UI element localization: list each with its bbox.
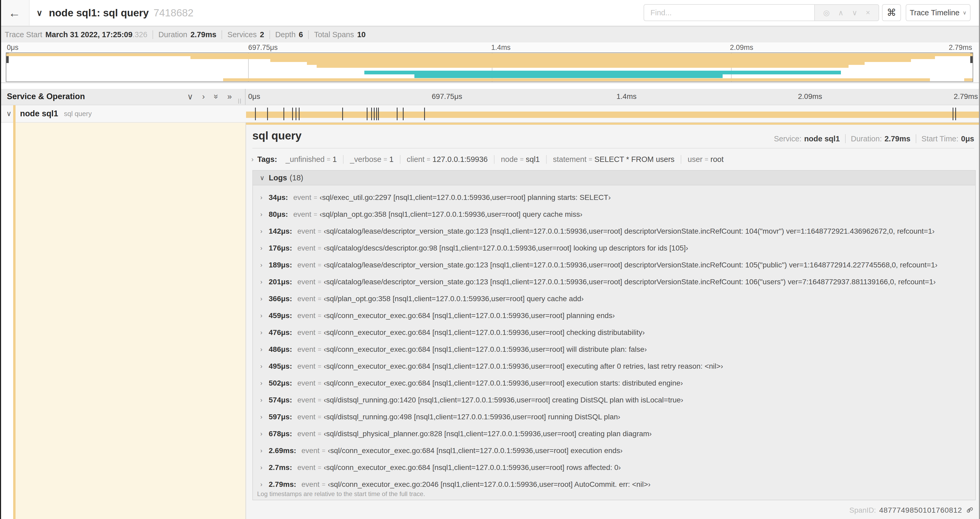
log-marker-tick [424,108,425,120]
span-collapse-chevron-icon[interactable]: ∨ [6,105,11,122]
span-duration-bar[interactable] [246,112,980,118]
log-row[interactable]: ›80μs:event=‹sql/plan_opt.go:358 [nsql1,… [253,206,975,223]
link-icon[interactable] [965,506,974,515]
log-row[interactable]: ›678μs:event=‹sql/distsql_physical_plann… [253,425,975,442]
minimap-canvas[interactable] [6,53,973,82]
log-equals: = [318,414,321,421]
summary-item: Services2 [221,30,269,39]
minimap-span-bar [414,74,722,78]
column-resizer-grip[interactable]: || [238,98,242,104]
log-equals: = [318,312,321,319]
log-timestamp: 597μs: [269,413,292,421]
log-timestamp: 176μs: [269,244,292,252]
log-row[interactable]: ›459μs:event=‹sql/conn_executor_exec.go:… [253,307,975,324]
log-marker-tick [292,108,293,120]
log-timestamp: 201μs: [269,278,292,286]
log-row[interactable]: ›34μs:event=‹sql/exec_util.go:2297 [nsql… [253,189,975,206]
log-equals: = [318,380,321,387]
tags-expand-chevron-icon[interactable]: › [251,155,254,163]
detail-title-divider [252,148,974,149]
log-field-value: ‹sql/exec_util.go:2297 [nsql1,client=127… [320,193,611,202]
timeline-minimap: 0μs697.75μs1.4ms2.09ms2.79ms [0,43,980,83]
log-equals: = [318,329,321,336]
log-row[interactable]: ›495μs:event=‹sql/conn_executor_exec.go:… [253,358,975,375]
detail-stats: Service: node sql1 Duration: 2.79ms Star… [774,134,974,143]
span-color-accent [13,105,16,123]
log-row[interactable]: ›486μs:event=‹sql/conn_executor_exec.go:… [253,341,975,358]
summary-value: 6 [299,30,303,39]
minimap-span-bar [964,78,973,81]
summary-label: Depth [275,30,296,39]
log-equals: = [318,430,321,438]
clear-search-icon[interactable]: × [866,8,870,17]
title-collapse-chevron-icon[interactable]: ∨ [37,8,42,18]
back-arrow-icon: ← [8,6,21,20]
minimap-span-bar [6,53,973,56]
columns-header: Service & Operation ∨›»» || 0μs697.75μs1… [0,89,980,105]
collapse-one-chevron-down-icon[interactable]: ∨ [187,92,193,102]
prev-result-icon[interactable]: ∧ [838,8,844,17]
log-expand-chevron-icon[interactable]: › [260,211,269,218]
chevron-down-icon: ∨ [963,10,967,16]
span-row-node-sql1[interactable]: ∨ node sql1 sql query [0,105,980,123]
log-row[interactable]: ›574μs:event=‹sql/distsql_running.go:142… [253,391,975,409]
log-field-value: ‹sql/catalog/lease/descriptor_version_st… [324,261,938,269]
log-expand-chevron-icon[interactable]: › [260,346,269,353]
log-expand-chevron-icon[interactable]: › [260,194,269,201]
log-expand-chevron-icon[interactable]: › [260,481,269,488]
log-expand-chevron-icon[interactable]: › [260,447,269,454]
log-expand-chevron-icon[interactable]: › [260,312,269,319]
log-expand-chevron-icon[interactable]: › [260,278,269,286]
trace-id: 7418682 [154,7,194,19]
expand-all-double-chevron-right-icon[interactable]: » [228,92,232,101]
log-row[interactable]: ›176μs:event=‹sql/catalog/descs/descript… [253,240,975,257]
log-row[interactable]: ›502μs:event=‹sql/conn_executor_exec.go:… [253,375,975,391]
tag-item: _verbose=1 [343,155,399,164]
log-expand-chevron-icon[interactable]: › [260,396,269,404]
log-row[interactable]: ›366μs:event=‹sql/plan_opt.go:358 [nsql1… [253,291,975,307]
tags-row[interactable]: › Tags: _unfinished=1_verbose=1client=12… [249,150,730,168]
log-marker-tick [296,108,296,120]
log-expand-chevron-icon[interactable]: › [260,295,269,302]
log-expand-chevron-icon[interactable]: › [260,464,269,471]
keyboard-shortcuts-button[interactable]: ⌘ [882,4,901,21]
logs-collapse-chevron-icon[interactable]: ∨ [260,174,264,182]
tag-item: _unfinished=1 [279,155,343,164]
log-row[interactable]: ›597μs:event=‹sql/distsql_running.go:498… [253,409,975,425]
log-row[interactable]: ›201μs:event=‹sql/catalog/lease/descript… [253,273,975,291]
minimap-tick-label: 697.75μs [248,43,278,52]
log-timestamp: 2.69ms: [269,447,296,455]
log-field-key: event [298,413,316,421]
trace-view-select[interactable]: Trace Timeline ∨ [906,4,970,21]
log-expand-chevron-icon[interactable]: › [260,430,269,438]
log-expand-chevron-icon[interactable]: › [260,329,269,336]
find-input[interactable] [644,4,814,21]
log-row[interactable]: ›142μs:event=‹sql/catalog/lease/descript… [253,223,975,240]
trace-page: ← ∨ node sql1: sql query 7418682 ◎∧∨× ⌘ … [0,0,980,519]
log-expand-chevron-icon[interactable]: › [260,413,269,421]
expand-one-chevron-right-icon[interactable]: › [202,92,205,101]
logs-header[interactable]: ∨ Logs (18) [253,171,975,185]
stat-separator [916,134,916,143]
log-row[interactable]: ›189μs:event=‹sql/catalog/lease/descript… [253,257,975,273]
log-expand-chevron-icon[interactable]: › [260,380,269,387]
summary-value: 2 [260,30,264,39]
log-row[interactable]: ›476μs:event=‹sql/conn_executor_exec.go:… [253,324,975,341]
log-expand-chevron-icon[interactable]: › [260,261,269,269]
back-button[interactable]: ← [0,0,30,26]
log-row[interactable]: ›2.7ms:event=‹sql/conn_executor_exec.go:… [253,459,975,476]
left-gutter [0,123,13,519]
minimap-tick-label: 2.09ms [730,43,753,52]
next-result-icon[interactable]: ∨ [852,8,858,17]
log-equals: = [322,447,325,454]
log-expand-chevron-icon[interactable]: › [260,363,269,370]
tag-item: node=sql1 [494,155,546,164]
log-row[interactable]: ›2.69ms:event=‹sql/conn_executor_exec.go… [253,442,975,459]
collapse-all-double-chevron-down-icon[interactable]: » [211,94,221,99]
log-expand-chevron-icon[interactable]: › [260,244,269,252]
log-expand-chevron-icon[interactable]: › [260,228,269,235]
trace-title-group: ∨ node sql1: sql query 7418682 [37,0,194,26]
log-field-key: event [293,210,312,219]
locate-match-icon[interactable]: ◎ [823,8,830,17]
log-field-value: ‹sql/conn_executor_exec.go:684 [nsql1,cl… [324,362,723,370]
